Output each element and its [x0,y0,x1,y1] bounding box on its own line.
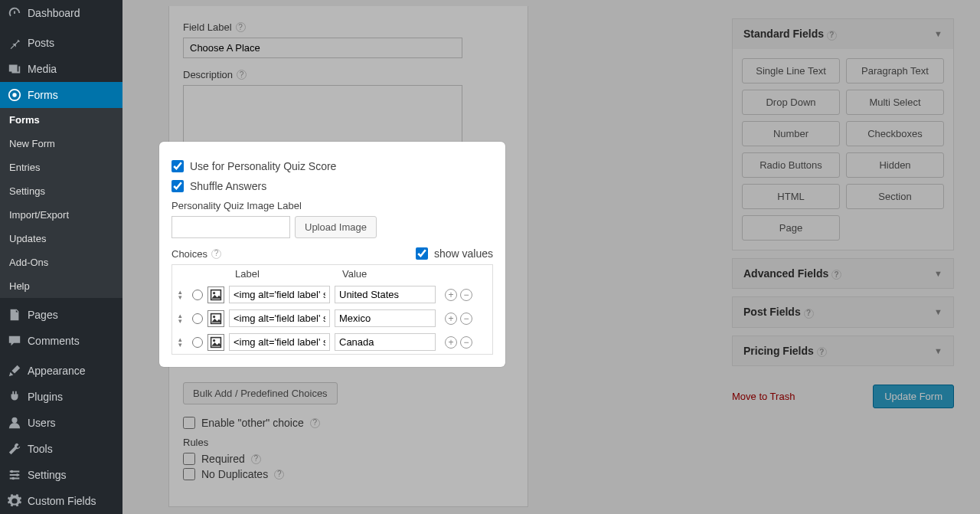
subnav-settings[interactable]: Settings [0,179,122,203]
chevron-down-icon: ▼ [934,269,942,278]
choice-value-input[interactable] [335,333,436,351]
field-type-button[interactable]: Drop Down [742,90,840,115]
choices-label: Choices? [172,248,221,260]
field-type-button[interactable]: Page [742,215,840,241]
field-type-button[interactable]: HTML [742,184,840,209]
quiz-score-checkbox[interactable] [172,160,184,172]
field-type-button[interactable]: Hidden [846,152,944,178]
comment-icon [8,334,21,348]
nav-pages[interactable]: Pages [0,302,122,328]
help-icon[interactable]: ? [310,418,320,428]
help-icon[interactable]: ? [236,22,246,32]
choice-label-input[interactable] [229,333,330,351]
nav-dashboard[interactable]: Dashboard [0,0,122,26]
subnav-forms[interactable]: Forms [0,108,122,132]
standard-fields-header[interactable]: Standard Fields ? ▼ [733,19,953,49]
bulk-add-button[interactable]: Bulk Add / Predefined Choices [183,382,338,404]
subnav-help[interactable]: Help [0,274,122,298]
field-type-button[interactable]: Multi Select [846,90,944,115]
nav-users-label: Users [28,417,56,429]
choice-value-input[interactable] [335,309,436,327]
user-icon [8,416,21,430]
quiz-score-label: Use for Personality Quiz Score [190,160,336,172]
show-values-checkbox[interactable] [416,247,428,260]
image-label-input[interactable] [172,216,290,238]
nav-tools-label: Tools [28,443,53,455]
upload-image-button[interactable]: Upload Image [295,216,377,238]
help-icon[interactable]: ? [817,347,827,357]
shuffle-checkbox[interactable] [172,180,184,192]
field-label-input[interactable] [183,38,462,58]
quiz-choices-highlight: Use for Personality Quiz Score Shuffle A… [159,142,505,367]
help-icon[interactable]: ? [804,309,814,319]
update-form-button[interactable]: Update Form [873,385,954,408]
remove-choice-icon[interactable]: − [460,289,472,301]
choice-label-input[interactable] [229,286,330,303]
shuffle-label: Shuffle Answers [190,180,266,192]
help-icon[interactable]: ? [827,31,837,41]
advanced-fields-panel: Advanced Fields ? ▼ [732,258,954,290]
choice-value-input[interactable] [335,286,436,303]
field-type-button[interactable]: Section [846,184,944,209]
nav-plugins-label: Plugins [28,391,63,403]
field-type-button[interactable]: Paragraph Text [846,58,944,83]
required-checkbox[interactable] [183,453,195,465]
no-duplicates-checkbox[interactable] [183,468,195,480]
help-icon[interactable]: ? [831,270,841,280]
advanced-fields-header[interactable]: Advanced Fields ? ▼ [733,259,953,289]
remove-choice-icon[interactable]: − [460,336,472,349]
description-textarea[interactable] [183,85,462,150]
svg-point-3 [11,470,14,473]
help-icon[interactable]: ? [251,454,261,464]
choice-default-radio[interactable] [192,290,203,300]
nav-tools[interactable]: Tools [0,436,122,462]
field-type-button[interactable]: Radio Buttons [742,152,840,178]
subnav-addons[interactable]: Add-Ons [0,250,122,274]
choice-default-radio[interactable] [192,337,203,348]
field-label-label: Field Label? [183,21,514,33]
nav-plugins[interactable]: Plugins [0,384,122,410]
add-choice-icon[interactable]: + [445,313,457,325]
help-icon[interactable]: ? [274,470,284,480]
pricing-fields-header[interactable]: Pricing Fields ? ▼ [733,336,953,366]
image-icon[interactable] [207,286,224,303]
nav-comments[interactable]: Comments [0,328,122,354]
drag-handle-icon[interactable] [178,313,188,324]
nav-comments-label: Comments [28,335,80,347]
move-to-trash-link[interactable]: Move to Trash [732,391,795,402]
nav-settings[interactable]: Settings [0,462,122,488]
help-icon[interactable]: ? [237,70,247,80]
nav-custom-fields[interactable]: Custom Fields [0,488,122,514]
subnav-new-form[interactable]: New Form [0,132,122,156]
add-choice-icon[interactable]: + [445,289,457,301]
required-label: Required [201,453,245,465]
field-type-button[interactable]: Single Line Text [742,58,840,83]
drag-handle-icon[interactable] [178,290,188,300]
nav-posts-label: Posts [28,37,54,49]
add-choice-icon[interactable]: + [445,336,457,349]
enable-other-checkbox[interactable] [183,417,195,429]
pricing-fields-panel: Pricing Fields ? ▼ [732,336,954,367]
choice-default-radio[interactable] [192,313,203,324]
image-icon[interactable] [207,334,224,351]
subnav-entries[interactable]: Entries [0,156,122,179]
field-type-button[interactable]: Number [742,121,840,146]
nav-media[interactable]: Media [0,56,122,82]
image-icon[interactable] [207,310,224,327]
choice-label-input[interactable] [229,309,330,327]
subnav-import-export[interactable]: Import/Export [0,203,122,227]
chevron-down-icon: ▼ [934,307,942,316]
remove-choice-icon[interactable]: − [460,313,472,325]
post-fields-header[interactable]: Post Fields ? ▼ [733,297,953,327]
nav-users[interactable]: Users [0,410,122,436]
subnav-updates[interactable]: Updates [0,227,122,250]
nav-appearance[interactable]: Appearance [0,358,122,384]
help-icon[interactable]: ? [211,249,221,259]
wrench-icon [8,442,21,456]
svg-point-7 [213,292,215,294]
nav-posts[interactable]: Posts [0,30,122,56]
field-type-button[interactable]: Checkboxes [846,121,944,146]
nav-forms[interactable]: Forms [0,82,122,108]
drag-handle-icon[interactable] [178,337,188,348]
svg-point-9 [213,316,215,318]
